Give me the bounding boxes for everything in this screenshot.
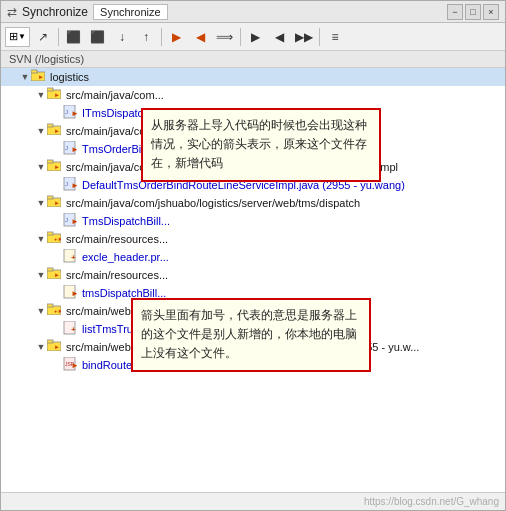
svg-text:►: ► xyxy=(71,289,77,298)
svg-text:+►: +► xyxy=(71,253,77,262)
svg-text:►: ► xyxy=(54,164,60,170)
file-icon-12: ► xyxy=(63,285,79,301)
item-9-label: src/main/resources... xyxy=(66,231,168,247)
tree-item-9[interactable]: ▼ +► src/main/resources... xyxy=(1,230,505,248)
expand-1[interactable]: ▼ xyxy=(35,89,47,101)
toolbar-dropdown-1[interactable]: ⊞▼ xyxy=(5,27,30,47)
java-icon-2: J ► xyxy=(63,105,79,121)
folder-icon-3: ► xyxy=(47,123,63,139)
item-8-label: TmsDispatchBill... xyxy=(82,213,170,229)
tree-item-11[interactable]: ▼ ► src/main/resources... xyxy=(1,266,505,284)
svg-text:+►: +► xyxy=(71,325,77,334)
svg-text:►: ► xyxy=(71,109,77,118)
item-1-label: src/main/java/com... xyxy=(66,87,164,103)
java-icon-6: J ► xyxy=(63,177,79,193)
java-icon-4: J ► xyxy=(63,141,79,157)
svg-rect-1 xyxy=(31,70,37,73)
svg-text:+►: +► xyxy=(54,236,61,242)
svg-rect-22 xyxy=(47,196,53,199)
toolbar-btn-11[interactable]: ▶▶ xyxy=(293,26,315,48)
expand-9[interactable]: ▼ xyxy=(35,233,47,245)
svg-text:►: ► xyxy=(71,181,77,190)
window-title: Synchronize xyxy=(22,5,88,19)
tree-item-1[interactable]: ▼ ► src/main/java/com... xyxy=(1,86,505,104)
svg-text:►: ► xyxy=(71,361,77,370)
toolbar-sep-3 xyxy=(240,28,241,46)
close-button[interactable]: × xyxy=(483,4,499,20)
svg-rect-33 xyxy=(47,268,53,271)
content-area: ▼ ► logistics ▼ xyxy=(1,68,505,492)
toolbar-btn-1[interactable]: ↗ xyxy=(32,26,54,48)
svg-rect-43 xyxy=(47,340,53,343)
expand-11[interactable]: ▼ xyxy=(35,269,47,281)
toolbar-btn-5[interactable]: ↑ xyxy=(135,26,157,48)
svg-rect-28 xyxy=(47,232,53,235)
tree-root[interactable]: ▼ ► logistics xyxy=(1,68,505,86)
svg-text:J: J xyxy=(65,109,68,115)
item-11-label: src/main/resources... xyxy=(66,267,168,283)
toolbar-btn-3[interactable]: ⬛ xyxy=(87,26,109,48)
tooltip-2: 箭头里面有加号，代表的意思是服务器上的这个文件是别人新增的，你本地的电脑上没有这… xyxy=(131,298,371,372)
svg-text:J: J xyxy=(65,217,68,223)
sync-icon: ⇄ xyxy=(7,5,17,19)
toolbar-sep-4 xyxy=(319,28,320,46)
svg-text:+►: +► xyxy=(54,308,61,314)
jsp-icon-16: JSP ► xyxy=(63,357,79,373)
toolbar-btn-10[interactable]: ◀ xyxy=(269,26,291,48)
toolbar-sep-1 xyxy=(58,28,59,46)
svg-text:►: ► xyxy=(71,145,77,154)
maximize-button[interactable]: □ xyxy=(465,4,481,20)
expand-5[interactable]: ▼ xyxy=(35,161,47,173)
toolbar-btn-7[interactable]: ◀ xyxy=(190,26,212,48)
minimize-button[interactable]: − xyxy=(447,4,463,20)
item-7-label: src/main/java/com/jshuabo/logistics/serv… xyxy=(66,195,360,211)
svg-rect-16 xyxy=(47,160,53,163)
tree-area[interactable]: ▼ ► logistics ▼ xyxy=(1,68,505,492)
svn-header: SVN (/logistics) xyxy=(1,51,505,68)
root-label: logistics xyxy=(50,69,89,85)
svg-rect-10 xyxy=(47,124,53,127)
folder-icon-11: ► xyxy=(47,267,63,283)
svg-text:►: ► xyxy=(71,217,77,226)
svg-text:J: J xyxy=(65,181,68,187)
folder-icon-1: ► xyxy=(47,87,63,103)
expand-3[interactable]: ▼ xyxy=(35,125,47,137)
svg-text:►: ► xyxy=(54,92,60,98)
svg-text:J: J xyxy=(65,145,68,151)
folder-icon-9: +► xyxy=(47,231,63,247)
svg-text:►: ► xyxy=(54,344,60,350)
item-10-label: excle_header.pr... xyxy=(82,249,169,265)
expand-root[interactable]: ▼ xyxy=(19,71,31,83)
tab-label: Synchronize xyxy=(93,4,168,20)
folder-icon-5: ► xyxy=(47,159,63,175)
tree-item-8[interactable]: ▷ J ► TmsDispatchBill... xyxy=(1,212,505,230)
toolbar-btn-4[interactable]: ↓ xyxy=(111,26,133,48)
folder-icon-13: +► xyxy=(47,303,63,319)
toolbar-btn-2[interactable]: ⬛ xyxy=(63,26,85,48)
toolbar-btn-6[interactable]: ▶ xyxy=(166,26,188,48)
bottom-bar: https://blog.csdn.net/G_whang xyxy=(1,492,505,510)
tree-item-10[interactable]: ▷ +► excle_header.pr... xyxy=(1,248,505,266)
expand-13[interactable]: ▼ xyxy=(35,305,47,317)
svg-text:►: ► xyxy=(38,74,44,80)
toolbar-sep-2 xyxy=(161,28,162,46)
folder-icon-15: ► xyxy=(47,339,63,355)
svg-rect-38 xyxy=(47,304,53,307)
title-bar-left: ⇄ Synchronize Synchronize xyxy=(7,4,168,20)
toolbar: ⊞▼ ↗ ⬛ ⬛ ↓ ↑ ▶ ◀ ⟹ ▶ ◀ ▶▶ ≡ xyxy=(1,23,505,51)
toolbar-btn-8[interactable]: ⟹ xyxy=(214,26,236,48)
tree-item-7[interactable]: ▼ ► src/main/java/com/jshuabo/logistics/… xyxy=(1,194,505,212)
expand-7[interactable]: ▼ xyxy=(35,197,47,209)
window-controls: − □ × xyxy=(447,4,499,20)
expand-15[interactable]: ▼ xyxy=(35,341,47,353)
svg-text:►: ► xyxy=(54,272,60,278)
svg-text:►: ► xyxy=(54,128,60,134)
svg-text:►: ► xyxy=(54,200,60,206)
main-window: ⇄ Synchronize Synchronize − □ × ⊞▼ ↗ ⬛ ⬛… xyxy=(0,0,506,511)
java-icon-8: J ► xyxy=(63,213,79,229)
toolbar-btn-12[interactable]: ≡ xyxy=(324,26,346,48)
svg-rect-4 xyxy=(47,88,53,91)
folder-icon-7: ► xyxy=(47,195,63,211)
tooltip-1: 从服务器上导入代码的时候也会出现这种情况，实心的箭头表示，原来这个文件存在，新增… xyxy=(141,108,381,182)
toolbar-btn-9[interactable]: ▶ xyxy=(245,26,267,48)
